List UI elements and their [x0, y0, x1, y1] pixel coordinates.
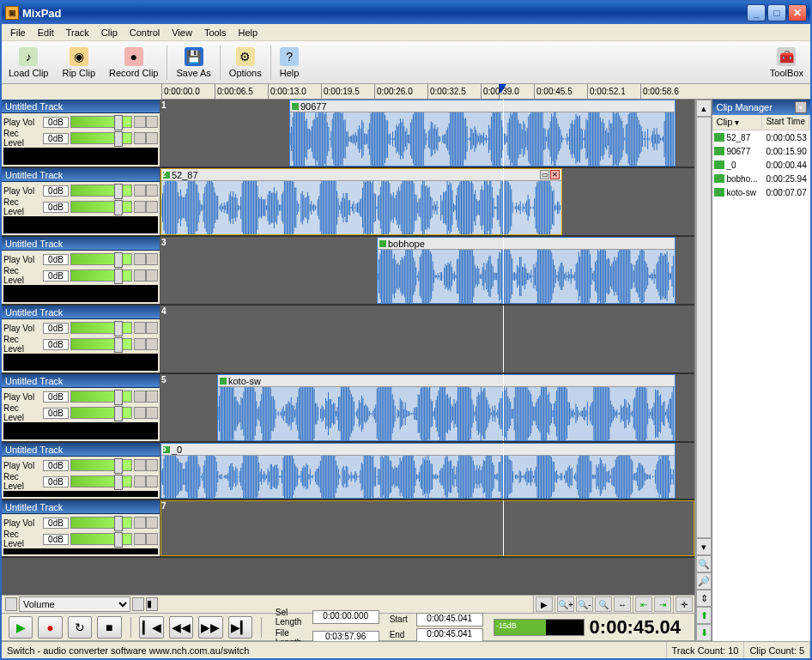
- move-down-button[interactable]: ⬇: [696, 624, 712, 641]
- rec-value[interactable]: 0dB: [43, 476, 69, 487]
- solo-button[interactable]: [146, 322, 158, 334]
- rec-value[interactable]: 0dB: [43, 534, 69, 545]
- mute-button[interactable]: [134, 116, 146, 128]
- play-value[interactable]: 0dB: [43, 323, 69, 334]
- track-lane[interactable]: 3bobhope: [161, 237, 694, 304]
- rec-slider[interactable]: [70, 201, 132, 213]
- play-slider[interactable]: [70, 253, 132, 265]
- clip-col-header[interactable]: Clip ▾: [712, 115, 762, 130]
- stop-button[interactable]: ■: [97, 616, 121, 639]
- mute-button[interactable]: [134, 391, 146, 403]
- envelope-select[interactable]: Volume: [19, 596, 130, 612]
- mute-button[interactable]: [134, 338, 146, 350]
- maximize-button[interactable]: □: [767, 4, 786, 21]
- rewind-button[interactable]: ◀◀: [169, 616, 193, 639]
- clip-list-item[interactable]: 906770:00:15.90: [712, 144, 810, 158]
- clip-list-item[interactable]: _00:00:00.44: [712, 158, 810, 172]
- envelope-toggle[interactable]: [5, 597, 17, 611]
- rec-slider[interactable]: [70, 475, 132, 487]
- loop-button[interactable]: ↻: [68, 616, 92, 639]
- mute-button[interactable]: [134, 132, 146, 144]
- mute-button[interactable]: [134, 269, 146, 282]
- rec-value[interactable]: 0dB: [43, 202, 69, 213]
- zoom-in-v-button[interactable]: 🔍: [696, 555, 712, 572]
- clip[interactable]: koto-sw: [217, 374, 676, 441]
- titlebar[interactable]: ▣ MixPad _ □ ✕: [2, 2, 810, 24]
- solo-button[interactable]: [146, 338, 158, 350]
- menu-clip[interactable]: Clip: [96, 27, 123, 39]
- solo-button[interactable]: [146, 116, 158, 128]
- minimize-button[interactable]: _: [747, 4, 766, 21]
- load-clip-button[interactable]: ♪Load Clip: [2, 42, 55, 83]
- options-button[interactable]: ⚙Options: [222, 42, 269, 83]
- clip-close-button[interactable]: ✕: [550, 170, 560, 179]
- track-title[interactable]: Untitled Track: [2, 168, 160, 182]
- goto-start-button[interactable]: ⇤: [635, 596, 652, 612]
- rec-value[interactable]: 0dB: [43, 133, 69, 144]
- rec-value[interactable]: 0dB: [43, 408, 69, 419]
- save-as-button[interactable]: 💾Save As: [169, 42, 217, 83]
- track-title[interactable]: Untitled Track: [2, 500, 160, 514]
- play-value[interactable]: 0dB: [43, 518, 69, 529]
- close-button[interactable]: ✕: [788, 4, 807, 21]
- play-slider[interactable]: [70, 185, 132, 197]
- zoom-in-button[interactable]: 🔍+: [557, 596, 574, 612]
- mute-button[interactable]: [134, 322, 146, 334]
- rec-slider[interactable]: [70, 269, 132, 282]
- vertical-scrollbar[interactable]: [696, 117, 712, 538]
- mute-button[interactable]: [134, 475, 146, 487]
- track-lane[interactable]: 6_0: [161, 443, 694, 499]
- rip-clip-button[interactable]: ◉Rip Clip: [55, 42, 102, 83]
- menu-tools[interactable]: Tools: [199, 27, 232, 39]
- rec-slider[interactable]: [70, 533, 132, 545]
- envelope-lock[interactable]: [132, 597, 144, 611]
- rec-slider[interactable]: [70, 338, 132, 350]
- scroll-down-button[interactable]: ▾: [696, 538, 712, 555]
- menu-edit[interactable]: Edit: [33, 27, 59, 39]
- solo-button[interactable]: [146, 459, 158, 471]
- clip-list-item[interactable]: bobho...0:00:25.94: [712, 172, 810, 185]
- play-value[interactable]: 0dB: [43, 460, 69, 471]
- to-end-button[interactable]: ▶▎: [228, 616, 252, 639]
- mute-button[interactable]: [134, 407, 146, 419]
- clip-manager-menu-button[interactable]: ▾: [795, 101, 807, 113]
- solo-button[interactable]: [146, 185, 158, 197]
- help-button[interactable]: ?Help: [273, 42, 306, 83]
- clip-props-button[interactable]: ▭: [540, 170, 549, 179]
- clip-manager-header[interactable]: Clip Manager ▾: [712, 100, 810, 115]
- mute-button[interactable]: [134, 253, 146, 265]
- track-lane[interactable]: 4: [161, 306, 694, 372]
- solo-button[interactable]: [146, 533, 158, 545]
- menu-file[interactable]: File: [5, 27, 31, 39]
- play-slider[interactable]: [70, 391, 132, 403]
- clip-list-item[interactable]: 52_870:00:00.53: [712, 130, 810, 144]
- track-lane[interactable]: 7: [161, 500, 694, 556]
- play-button[interactable]: ▶: [9, 616, 33, 639]
- toolbox-button[interactable]: 🧰ToolBox: [763, 42, 810, 83]
- track-lane[interactable]: 5koto-sw: [161, 374, 694, 441]
- fastfwd-button[interactable]: ▶▶: [198, 616, 222, 639]
- play-value[interactable]: 0dB: [43, 391, 69, 403]
- rec-slider[interactable]: [70, 132, 132, 144]
- clip[interactable]: 52_87▭✕: [161, 168, 562, 235]
- solo-button[interactable]: [146, 201, 158, 213]
- zoom-fit-button[interactable]: 🔍: [595, 596, 612, 612]
- mute-button[interactable]: [134, 459, 146, 471]
- track-title[interactable]: Untitled Track: [2, 443, 160, 457]
- zoom-sel-button[interactable]: ↔: [614, 596, 631, 612]
- play-slider[interactable]: [70, 459, 132, 471]
- to-start-button[interactable]: ▎◀: [139, 616, 163, 639]
- clip-list-item[interactable]: koto-sw0:00:07.07: [712, 185, 810, 199]
- play-value[interactable]: 0dB: [43, 254, 69, 265]
- move-up-button[interactable]: ⬆: [696, 607, 712, 624]
- scroll-right-button[interactable]: ▶: [536, 596, 553, 612]
- track-title[interactable]: Untitled Track: [2, 237, 160, 251]
- play-slider[interactable]: [70, 517, 132, 529]
- scroll-up-button[interactable]: ▴: [696, 100, 712, 117]
- track-title[interactable]: Untitled Track: [2, 100, 160, 113]
- rec-slider[interactable]: [70, 407, 132, 419]
- mute-button[interactable]: [134, 517, 146, 529]
- zoom-out-v-button[interactable]: 🔎: [696, 572, 712, 590]
- menu-view[interactable]: View: [167, 27, 197, 39]
- solo-button[interactable]: [146, 269, 158, 282]
